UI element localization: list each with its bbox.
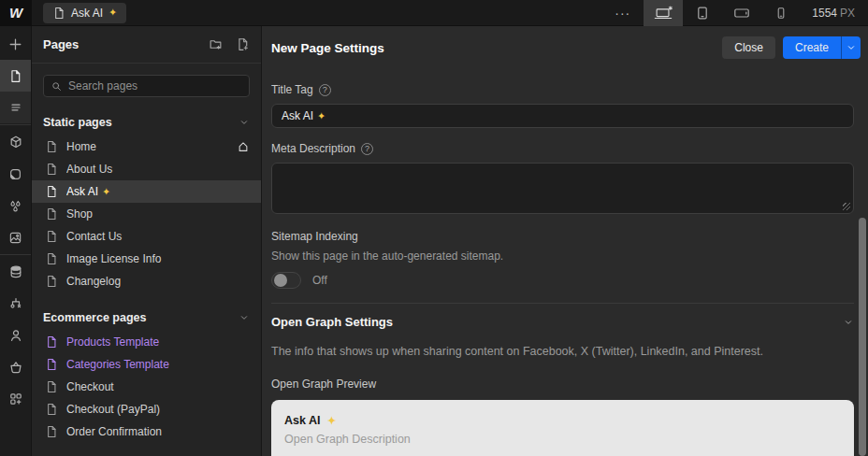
open-graph-preview-label: Open Graph Preview (271, 378, 854, 391)
create-button[interactable]: Create (783, 36, 841, 59)
close-button[interactable]: Close (722, 36, 775, 59)
page-list-item[interactable]: Image License Info (32, 248, 261, 270)
create-options-button[interactable] (841, 36, 861, 59)
breakpoint-phone-portrait-button[interactable] (761, 0, 801, 26)
og-card-title: Ask AI ✦ (284, 414, 841, 427)
page-icon (45, 140, 58, 153)
navigator-icon (8, 100, 23, 115)
page-icon (45, 335, 58, 349)
rail-users-button[interactable] (0, 320, 31, 351)
page-settings-panel: New Page Settings Close Create Title Tag… (262, 26, 868, 456)
page-list-item[interactable]: Categories Template (32, 353, 261, 376)
settings-header: New Page Settings Close Create (262, 26, 868, 69)
page-list-item[interactable]: Home (32, 135, 261, 158)
rail-components-button[interactable] (0, 126, 31, 158)
page-list-item[interactable]: Products Template (32, 331, 261, 353)
rail-add-button[interactable] (0, 28, 31, 60)
rail-assets-button[interactable] (0, 221, 31, 253)
resize-handle-icon[interactable] (843, 203, 850, 210)
page-list-item[interactable]: Checkout (PayPal) (32, 398, 261, 420)
components-icon (8, 135, 23, 150)
pages-section-header[interactable]: Static pages (32, 109, 261, 135)
page-icon (45, 358, 58, 371)
page-item-label: Home (66, 140, 228, 153)
page-tab-label: Ask AI (71, 7, 103, 20)
create-folder-icon[interactable] (209, 37, 223, 51)
rail-cms-button[interactable] (0, 256, 31, 288)
page-list-item[interactable]: Ask AI✦ (32, 180, 261, 203)
page-icon (45, 185, 58, 198)
toggle-state-label: Off (312, 274, 327, 287)
page-icon (45, 252, 58, 265)
more-options-button[interactable]: ··· (601, 0, 644, 26)
chevron-down-icon (239, 312, 250, 323)
search-input[interactable] (68, 79, 242, 93)
sitemap-indexing-label: Sitemap Indexing (271, 230, 854, 243)
canvas-width[interactable]: 1554PX (812, 7, 855, 20)
page-list-item[interactable]: Contact Us (32, 225, 261, 248)
phone-portrait-icon (774, 6, 788, 21)
meta-description-label: Meta Description (271, 142, 355, 155)
sparkles-icon: ✦ (327, 415, 336, 426)
rail-variables-button[interactable] (0, 190, 31, 221)
rail-pages-button[interactable] (0, 60, 31, 92)
sparkles-icon: ✦ (108, 7, 117, 19)
page-list-item[interactable]: Changelog (32, 270, 261, 292)
page-list-item[interactable]: Shop (32, 203, 261, 225)
title-tag-label: Title Tag (271, 83, 313, 96)
breakpoint-phone-landscape-button[interactable] (722, 0, 761, 26)
page-item-label: Shop (66, 207, 250, 221)
sitemap-indexing-description: Show this page in the auto-generated sit… (271, 249, 854, 263)
sitemap-toggle[interactable] (271, 272, 301, 289)
rail-ecommerce-button[interactable] (0, 351, 31, 383)
page-item-label: Categories Template (66, 358, 250, 371)
desktop-base-icon (653, 5, 673, 21)
open-graph-preview-card: Ask AI ✦ Open Graph Description (271, 400, 854, 456)
page-list-item[interactable]: About Us (32, 158, 261, 180)
pages-section-header[interactable]: Ecommerce pages (32, 305, 261, 331)
pages-panel: Pages Static pagesHomeAbout UsAsk AI✦Sho… (32, 26, 262, 456)
section-divider (271, 303, 854, 304)
title-tag-input[interactable]: Ask AI ✦ (271, 104, 854, 128)
open-graph-description: The info that shows up when sharing cont… (271, 345, 854, 358)
chevron-down-icon (239, 117, 250, 128)
breakpoint-tablet-button[interactable] (683, 0, 722, 26)
breakpoint-desktop-base-button[interactable] (644, 0, 683, 26)
page-sections: Static pagesHomeAbout UsAsk AI✦ShopConta… (32, 109, 261, 443)
open-page-tab[interactable]: Ask AI ✦ (43, 3, 126, 23)
meta-description-input[interactable] (271, 163, 854, 214)
apps-icon (8, 392, 23, 406)
ecommerce-icon (8, 360, 23, 375)
page-search (43, 75, 250, 97)
page-list-item[interactable]: Checkout (32, 376, 261, 398)
page-item-label: Changelog (66, 275, 250, 288)
page-item-label: Order Confirmation (66, 425, 250, 438)
left-toolbar (0, 26, 32, 456)
cms-icon (8, 264, 23, 279)
rail-apps-button[interactable] (0, 383, 31, 415)
page-list-item[interactable]: Order Confirmation (32, 420, 261, 443)
pages-panel-title: Pages (43, 37, 195, 51)
open-graph-section-header[interactable]: Open Graph Settings (271, 315, 854, 329)
help-icon[interactable]: ? (361, 143, 373, 155)
pages-panel-header: Pages (32, 26, 261, 64)
page-item-label: Contact Us (66, 230, 250, 243)
vertical-scrollbar[interactable] (859, 218, 866, 456)
page-icon (45, 230, 58, 243)
page-icon (45, 380, 58, 393)
styles-icon (8, 167, 22, 181)
rail-navigator-button[interactable] (0, 92, 31, 123)
webflow-logo[interactable]: W (0, 0, 32, 26)
assets-icon (8, 231, 22, 245)
breakpoint-group (644, 0, 801, 26)
rail-styles-button[interactable] (0, 158, 31, 190)
page-icon (45, 403, 58, 416)
help-icon[interactable]: ? (319, 84, 331, 96)
sitemap-toggle-row: Off (271, 272, 854, 289)
create-page-icon[interactable] (236, 37, 250, 51)
search-icon (51, 80, 63, 93)
page-icon (45, 425, 58, 438)
home-icon (237, 140, 250, 153)
rail-logic-button[interactable] (0, 288, 31, 320)
tablet-icon (695, 6, 710, 21)
